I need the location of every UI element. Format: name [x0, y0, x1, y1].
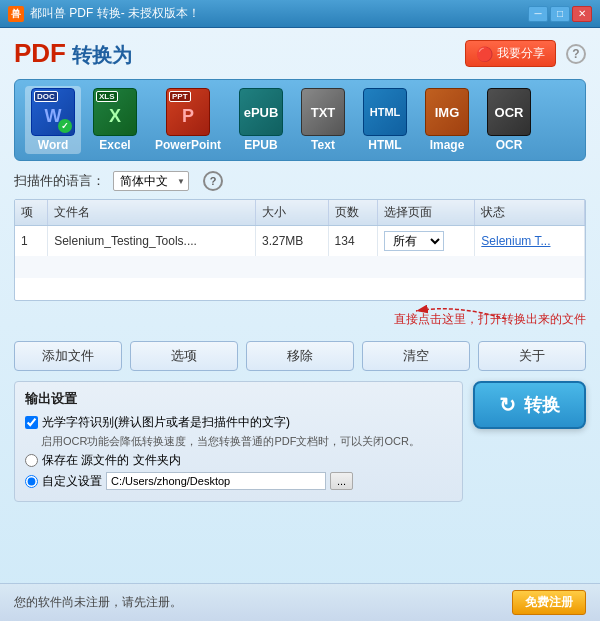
annotation-area: 直接点击这里，打开转换出来的文件 [14, 309, 586, 337]
app-icon: 兽 [8, 6, 24, 22]
action-buttons: 添加文件 选项 移除 清空 关于 [14, 341, 586, 371]
custom-label: 自定义设置 [42, 473, 102, 490]
format-word[interactable]: DOC W ✓ Word [25, 86, 81, 154]
help-button[interactable]: ? [566, 44, 586, 64]
ppt-label: PowerPoint [155, 138, 221, 152]
col-index: 项 [15, 200, 48, 226]
cell-pages: 134 [328, 226, 377, 257]
image-label: Image [430, 138, 465, 152]
titlebar-left: 兽 都叫兽 PDF 转换- 未授权版本！ [8, 5, 200, 22]
html-label: HTML [368, 138, 401, 152]
text-icon: TXT [301, 88, 345, 136]
titlebar-title: 都叫兽 PDF 转换- 未授权版本！ [30, 5, 200, 22]
custom-path-radio[interactable] [25, 475, 38, 488]
ocr-checkbox-row: 光学字符识别(辨认图片或者是扫描件中的文字) [25, 414, 452, 431]
convert-button[interactable]: ↻ 转换 [473, 381, 586, 429]
close-button[interactable]: ✕ [572, 6, 592, 22]
col-status: 状态 [475, 200, 585, 226]
epub-label: EPUB [244, 138, 277, 152]
table-empty-row-1 [15, 256, 585, 278]
html-icon: HTML [363, 88, 407, 136]
epub-icon: ePUB [239, 88, 283, 136]
file-table-wrap: 项 文件名 大小 页数 选择页面 状态 1 Selenium_Testing_T… [14, 199, 586, 301]
ppt-icon: PPT P [166, 88, 210, 136]
lang-help-button[interactable]: ? [203, 171, 223, 191]
cell-page-select[interactable]: 所有 [377, 226, 474, 257]
cell-filename: Selenium_Testing_Tools.... [48, 226, 256, 257]
share-label: 我要分享 [497, 45, 545, 62]
lang-select[interactable]: 简体中文 繁体中文 English 日本語 [113, 171, 189, 191]
format-bar: DOC W ✓ Word XLS X Excel PPT P PowerPoin… [14, 79, 586, 161]
col-filename: 文件名 [48, 200, 256, 226]
titlebar-controls[interactable]: ─ □ ✕ [528, 6, 592, 22]
format-epub[interactable]: ePUB EPUB [233, 86, 289, 154]
excel-icon: XLS X [93, 88, 137, 136]
clear-button[interactable]: 清空 [362, 341, 470, 371]
bottom-bar: 您的软件尚未注册，请先注册。 免费注册 [0, 583, 600, 621]
file-status-link[interactable]: Selenium T... [481, 234, 550, 248]
output-settings-title: 输出设置 [25, 390, 452, 408]
convert-icon: ↻ [499, 393, 516, 417]
cell-index: 1 [15, 226, 48, 257]
save-source-radio[interactable] [25, 454, 38, 467]
format-ppt[interactable]: PPT P PowerPoint [149, 86, 227, 154]
about-button[interactable]: 关于 [478, 341, 586, 371]
lang-select-wrap[interactable]: 简体中文 繁体中文 English 日本語 [113, 171, 189, 191]
remove-button[interactable]: 移除 [246, 341, 354, 371]
ocr-label-text: 光学字符识别(辨认图片或者是扫描件中的文字) [42, 414, 290, 431]
file-table: 项 文件名 大小 页数 选择页面 状态 1 Selenium_Testing_T… [15, 200, 585, 300]
save-source-row: 保存在 源文件的 文件夹内 [25, 452, 452, 469]
ocr-checkbox[interactable] [25, 416, 38, 429]
format-text[interactable]: TXT Text [295, 86, 351, 154]
browse-button[interactable]: ... [330, 472, 353, 490]
annotation-text: 直接点击这里，打开转换出来的文件 [394, 311, 586, 328]
titlebar: 兽 都叫兽 PDF 转换- 未授权版本！ ─ □ ✕ [0, 0, 600, 28]
weibo-icon: 🔴 [476, 46, 493, 62]
convert-label: 转换为 [72, 42, 132, 69]
convert-label: 转换 [524, 393, 560, 417]
pdf-label: PDF [14, 38, 66, 69]
header: PDF 转换为 🔴 我要分享 ? [14, 38, 586, 69]
word-label: Word [38, 138, 68, 152]
output-settings: 输出设置 光学字符识别(辨认图片或者是扫描件中的文字) 启用OCR功能会降低转换… [14, 381, 463, 502]
format-html[interactable]: HTML HTML [357, 86, 413, 154]
format-ocr[interactable]: OCR OCR [481, 86, 537, 154]
format-image[interactable]: IMG Image [419, 86, 475, 154]
col-page-select: 选择页面 [377, 200, 474, 226]
maximize-button[interactable]: □ [550, 6, 570, 22]
lang-row: 扫描件的语言： 简体中文 繁体中文 English 日本語 ? [14, 171, 586, 191]
save-source-label: 保存在 源文件的 文件夹内 [42, 452, 181, 469]
bottom-message: 您的软件尚未注册，请先注册。 [14, 594, 182, 611]
page-select-input[interactable]: 所有 [384, 231, 444, 251]
ocr-note: 启用OCR功能会降低转换速度，当您转换普通的PDF文档时，可以关闭OCR。 [41, 434, 452, 449]
path-row: ... [106, 472, 353, 490]
table-empty-row-2 [15, 278, 585, 300]
excel-label: Excel [99, 138, 130, 152]
ocr-label: OCR [496, 138, 523, 152]
ocr-icon: OCR [487, 88, 531, 136]
custom-path-row: 自定义设置 ... [25, 472, 452, 490]
custom-path-input[interactable] [106, 472, 326, 490]
col-pages: 页数 [328, 200, 377, 226]
word-icon: DOC W ✓ [31, 88, 75, 136]
minimize-button[interactable]: ─ [528, 6, 548, 22]
convert-area: ↻ 转换 [473, 381, 586, 433]
main-window: PDF 转换为 🔴 我要分享 ? DOC W ✓ Word [0, 28, 600, 621]
lang-label: 扫描件的语言： [14, 172, 105, 190]
share-button[interactable]: 🔴 我要分享 [465, 40, 556, 67]
table-header-row: 项 文件名 大小 页数 选择页面 状态 [15, 200, 585, 226]
table-row: 1 Selenium_Testing_Tools.... 3.27MB 134 … [15, 226, 585, 257]
format-excel[interactable]: XLS X Excel [87, 86, 143, 154]
text-label: Text [311, 138, 335, 152]
register-button[interactable]: 免费注册 [512, 590, 586, 615]
add-file-button[interactable]: 添加文件 [14, 341, 122, 371]
cell-size: 3.27MB [256, 226, 329, 257]
help-label: ? [572, 47, 579, 61]
image-icon: IMG [425, 88, 469, 136]
cell-status[interactable]: Selenium T... [475, 226, 585, 257]
col-size: 大小 [256, 200, 329, 226]
bottom-section: 输出设置 光学字符识别(辨认图片或者是扫描件中的文字) 启用OCR功能会降低转换… [14, 381, 586, 510]
options-button[interactable]: 选项 [130, 341, 238, 371]
